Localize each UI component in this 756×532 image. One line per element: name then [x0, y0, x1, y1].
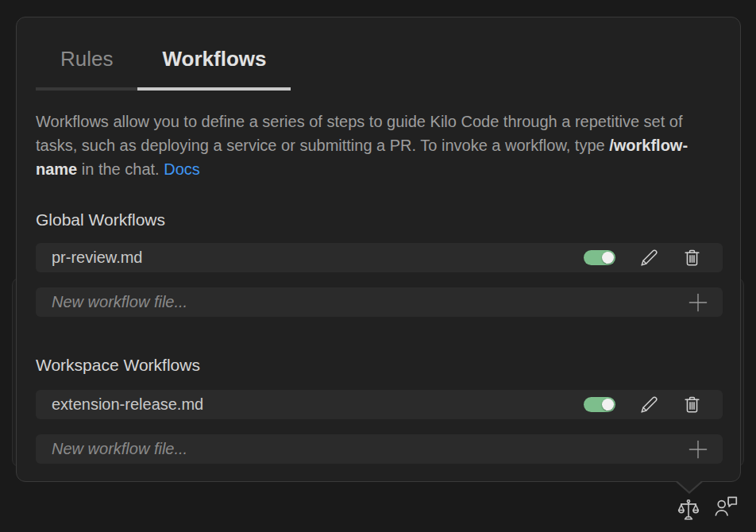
tab-workflows[interactable]: Workflows: [137, 46, 291, 91]
toggle-knob: [602, 399, 614, 411]
workflow-enabled-toggle[interactable]: [584, 397, 615, 412]
row-controls: [584, 248, 702, 268]
workflow-enabled-toggle[interactable]: [584, 250, 615, 265]
new-workflow-input[interactable]: [52, 434, 686, 464]
workflow-file-row: pr-review.md: [36, 243, 723, 272]
workflow-file-name: extension-release.md: [52, 395, 584, 414]
new-workflow-row: [36, 287, 723, 317]
workflow-file-row: extension-release.md: [36, 390, 723, 419]
scales-icon: [677, 513, 700, 525]
global-workflows-title: Global Workflows: [36, 211, 723, 229]
new-workflow-input[interactable]: [52, 287, 686, 317]
pencil-icon: [638, 395, 659, 415]
popover-tail-fill: [677, 480, 702, 492]
tab-rules[interactable]: Rules: [36, 46, 137, 91]
workflows-description: Workflows allow you to define a series o…: [36, 110, 725, 181]
add-workflow-button[interactable]: [686, 291, 710, 314]
workflow-file-name: pr-review.md: [52, 249, 584, 267]
plus-icon: [686, 291, 710, 314]
new-workflow-row: [36, 434, 723, 464]
row-controls: [584, 395, 702, 415]
workspace-workflows-title: Workspace Workflows: [36, 357, 723, 374]
rules-workflows-button[interactable]: [677, 497, 700, 525]
docs-link[interactable]: Docs: [164, 160, 200, 178]
description-text-after: in the chat.: [77, 160, 164, 178]
workflows-popover: Rules Workflows Workflows allow you to d…: [16, 17, 741, 482]
edit-button[interactable]: [638, 395, 659, 415]
delete-button[interactable]: [682, 248, 702, 268]
plus-icon: [686, 438, 710, 461]
pencil-icon: [638, 248, 659, 268]
trash-icon: [682, 248, 702, 268]
delete-button[interactable]: [682, 395, 702, 414]
person-feedback-icon: [713, 511, 740, 523]
description-text: Workflows allow you to define a series o…: [36, 113, 683, 154]
feedback-button[interactable]: [713, 492, 740, 523]
trash-icon: [682, 395, 702, 414]
add-workflow-button[interactable]: [686, 438, 710, 461]
tab-bar: Rules Workflows: [36, 46, 721, 91]
edit-button[interactable]: [638, 248, 659, 268]
toggle-knob: [602, 252, 614, 264]
